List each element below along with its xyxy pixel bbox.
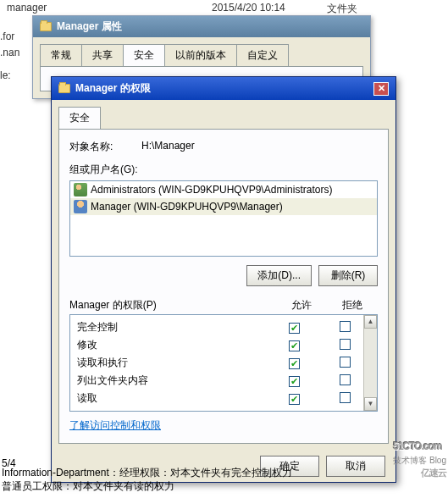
- group-users-label: 组或用户名(G):: [69, 163, 378, 177]
- tab-security-inner[interactable]: 安全: [58, 107, 101, 129]
- object-name-label: 对象名称:: [69, 140, 141, 154]
- group-icon: [74, 183, 87, 196]
- scroll-up-icon[interactable]: ▲: [364, 315, 377, 329]
- bg-date: 2015/4/20 10:14: [212, 2, 285, 14]
- perm-row: 列出文件夹内容: [72, 372, 375, 390]
- allow-checkbox[interactable]: [289, 340, 300, 351]
- deny-checkbox[interactable]: [340, 339, 351, 350]
- perm-name: 修改: [77, 338, 268, 352]
- user-list[interactable]: Administrators (WIN-GD9KPUHQVP9\Administ…: [69, 180, 378, 257]
- bg-left-2: .nan: [0, 47, 19, 58]
- perm-row: 完全控制: [72, 318, 375, 336]
- user-name: Manager (WIN-GD9KPUHQVP9\Manager): [91, 201, 283, 213]
- allow-checkbox[interactable]: [289, 394, 300, 405]
- deny-checkbox[interactable]: [340, 392, 351, 403]
- deny-checkbox[interactable]: [340, 321, 351, 332]
- bg-left-3: le:: [0, 69, 11, 81]
- list-item[interactable]: Administrators (WIN-GD9KPUHQVP9\Administ…: [70, 181, 377, 198]
- deny-checkbox[interactable]: [340, 357, 351, 368]
- deny-checkbox[interactable]: [340, 374, 351, 385]
- object-name-value: H:\Manager: [141, 140, 195, 154]
- permissions-for-label: Manager 的权限(P): [69, 298, 276, 313]
- remove-button[interactable]: 删除(R): [318, 265, 378, 286]
- perm-row: 读取和执行: [72, 354, 375, 372]
- permission-list: 完全控制 修改 读取和执行 列出文件夹内容 读取: [69, 314, 378, 412]
- deny-header: 拒绝: [327, 298, 378, 313]
- close-icon[interactable]: ✕: [373, 82, 389, 96]
- tab-sharing[interactable]: 共享: [81, 44, 124, 66]
- footer-text: Information-Department：经理权限：对本文件夹有完全控制权力…: [2, 466, 346, 493]
- allow-checkbox[interactable]: [289, 358, 300, 369]
- tab-previous-versions[interactable]: 以前的版本: [164, 44, 237, 66]
- tab-security[interactable]: 安全: [123, 44, 165, 66]
- perm-name: 列出文件夹内容: [77, 374, 268, 388]
- user-icon: [74, 200, 87, 213]
- watermark: 51CTO.com 技术博客 Blog 亿速云: [393, 433, 446, 479]
- perm-row: 修改: [72, 336, 375, 354]
- bg-type: 文件夹: [327, 2, 357, 16]
- scroll-down-icon[interactable]: ▼: [364, 397, 377, 411]
- permissions-dialog: Manager 的权限 ✕ 安全 对象名称: H:\Manager 组或用户名(…: [51, 76, 396, 483]
- security-panel: 对象名称: H:\Manager 组或用户名(G): Administrator…: [58, 129, 389, 444]
- tab-customize[interactable]: 自定义: [236, 44, 289, 66]
- allow-checkbox[interactable]: [289, 323, 300, 334]
- folder-icon: [40, 22, 52, 31]
- permissions-title: Manager 的权限: [75, 81, 151, 96]
- learn-acl-link[interactable]: 了解访问控制和权限: [69, 418, 161, 433]
- tab-general[interactable]: 常规: [40, 44, 82, 66]
- scrollbar[interactable]: ▲ ▼: [363, 315, 377, 411]
- properties-tabs: 常规 共享 安全 以前的版本 自定义: [40, 44, 363, 66]
- bg-folder-name: manager: [7, 2, 47, 14]
- permissions-titlebar[interactable]: Manager 的权限 ✕: [52, 77, 395, 100]
- allow-checkbox[interactable]: [289, 376, 300, 387]
- list-item[interactable]: Manager (WIN-GD9KPUHQVP9\Manager): [70, 198, 377, 215]
- user-name: Administrators (WIN-GD9KPUHQVP9\Administ…: [91, 184, 332, 196]
- add-button[interactable]: 添加(D)...: [246, 265, 312, 286]
- bg-left-1: .for: [0, 30, 14, 42]
- perm-name: 读取: [77, 391, 268, 406]
- folder-icon: [58, 84, 70, 93]
- properties-titlebar[interactable]: Manager 属性: [33, 16, 370, 37]
- perm-row: 读取: [72, 390, 375, 407]
- perm-name: 读取和执行: [77, 356, 268, 370]
- properties-title: Manager 属性: [57, 19, 122, 34]
- perm-name: 完全控制: [77, 320, 268, 335]
- allow-header: 允许: [276, 298, 327, 313]
